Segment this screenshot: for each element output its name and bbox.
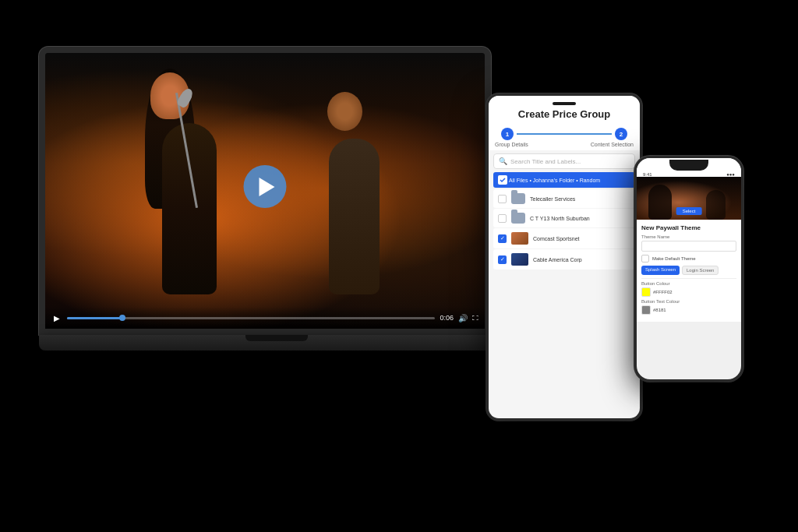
file-checkbox-2[interactable] <box>498 214 507 223</box>
fullscreen-icon[interactable]: ⛶ <box>472 315 478 322</box>
guitarist-figure <box>313 84 407 294</box>
phone-button-colour-swatch[interactable] <box>641 287 651 297</box>
phone-tab-login[interactable]: Login Screen <box>682 266 719 275</box>
file-row: Telecaller Services <box>493 189 635 208</box>
laptop-screen: ▶ 0:06 🔊 ⛶ <box>45 53 485 329</box>
video-thumb-3 <box>511 232 528 245</box>
file-name-2: C T Y13 North Suburban <box>530 216 630 221</box>
file-row-4: ✓ Cable America Corp <box>493 249 635 270</box>
tablet-screen: Create Price Group 1 2 Group Details Con… <box>489 96 640 418</box>
main-scene: ▶ 0:06 🔊 ⛶ Create Price Group <box>0 0 798 532</box>
folder-icon-2 <box>511 213 525 224</box>
phone-theme-name-input[interactable] <box>641 241 736 252</box>
search-icon: 🔍 <box>499 157 507 165</box>
step-2-circle: 2 <box>615 128 627 140</box>
file-checkbox-1[interactable] <box>498 195 507 203</box>
progress-bar[interactable] <box>67 317 435 319</box>
phone-section-title: New Paywall Theme <box>641 224 736 231</box>
divider-1 <box>641 278 736 279</box>
progress-dot <box>119 315 125 321</box>
file-checkbox-3[interactable]: ✓ <box>498 234 507 243</box>
file-name-3: Comcast Sportsnet <box>533 236 630 241</box>
laptop-notch <box>245 335 308 341</box>
phone-default-checkbox[interactable] <box>641 255 649 262</box>
phone-button-text-colour-row: #8181 <box>641 305 736 315</box>
tablet-title: Create Price Group <box>518 108 611 120</box>
phone-button-colour-label: Button Colour <box>641 281 736 286</box>
phone-screen: 9:41 ●●● Select New Paywall Theme Theme … <box>637 158 741 379</box>
play-small-icon[interactable]: ▶ <box>51 312 62 323</box>
play-icon <box>259 178 274 196</box>
laptop-screen-body: ▶ 0:06 🔊 ⛶ <box>39 47 491 335</box>
step-1-label: Group Details <box>495 142 528 147</box>
video-controls-bar: ▶ 0:06 🔊 ⛶ <box>45 307 485 329</box>
phone-select-label: Select <box>683 209 696 213</box>
laptop-base <box>39 335 514 351</box>
tablet-device: Create Price Group 1 2 Group Details Con… <box>486 93 642 421</box>
play-button[interactable] <box>244 165 287 208</box>
step-1-circle: 1 <box>501 128 514 140</box>
singer-body <box>162 123 217 294</box>
step-labels: Group Details Content Selection <box>489 142 640 150</box>
breadcrumb-checkbox[interactable] <box>498 175 507 185</box>
phone-button-colour-value: #FFFF02 <box>653 290 673 294</box>
tablet-header: Create Price Group <box>489 96 640 123</box>
volume-icon[interactable]: 🔊 <box>458 314 468 322</box>
phone-button-text-colour-swatch[interactable] <box>641 305 651 315</box>
step-line <box>517 133 612 135</box>
steps-bar: 1 2 <box>489 123 640 142</box>
phone-video-preview: Select <box>637 177 741 220</box>
search-bar[interactable]: 🔍 Search Title and Labels... <box>493 153 635 169</box>
folder-icon-1 <box>511 193 525 204</box>
phone-button-colour-row: #FFFF02 <box>641 287 736 297</box>
phone-button-text-colour-label: Button Text Colour <box>641 299 736 304</box>
search-placeholder-text: Search Title and Labels... <box>510 158 581 165</box>
breadcrumb-text: All Files • Johanna's Folder • Random <box>509 178 600 183</box>
phone-tab-row: Splash Screen Login Screen <box>641 266 736 275</box>
file-row-2: C T Y13 North Suburban <box>493 209 635 227</box>
laptop-device: ▶ 0:06 🔊 ⛶ <box>39 47 507 374</box>
guitarist-body <box>329 139 380 294</box>
phone-theme-name-label: Theme Name <box>641 234 736 239</box>
tablet-camera <box>553 102 576 105</box>
phone-status-bar: 9:41 ●●● <box>637 171 741 177</box>
progress-fill <box>67 317 122 319</box>
phone-content-area: New Paywall Theme Theme Name Make Defaul… <box>637 220 741 322</box>
phone-notch <box>669 160 708 171</box>
file-checkbox-4[interactable]: ✓ <box>498 255 507 264</box>
phone-tab-splash[interactable]: Splash Screen <box>641 266 680 275</box>
phone-button-text-colour-value: #8181 <box>653 308 666 312</box>
phone-default-theme-row: Make Default Theme <box>641 255 736 262</box>
phone-device: 9:41 ●●● Select New Paywall Theme Theme … <box>634 156 743 382</box>
phone-select-button[interactable]: Select <box>676 207 702 215</box>
file-row-3: ✓ Comcast Sportsnet <box>493 228 635 248</box>
file-name-4: Cable America Corp <box>533 257 630 262</box>
breadcrumb-bar: All Files • Johanna's Folder • Random <box>493 172 635 188</box>
time-display: 0:06 <box>440 314 454 322</box>
step-2-label: Content Selection <box>591 142 634 147</box>
guitarist-head <box>327 92 362 131</box>
video-thumb-4 <box>511 253 528 266</box>
phone-default-label: Make Default Theme <box>652 256 696 261</box>
file-name-1: Telecaller Services <box>530 196 630 202</box>
